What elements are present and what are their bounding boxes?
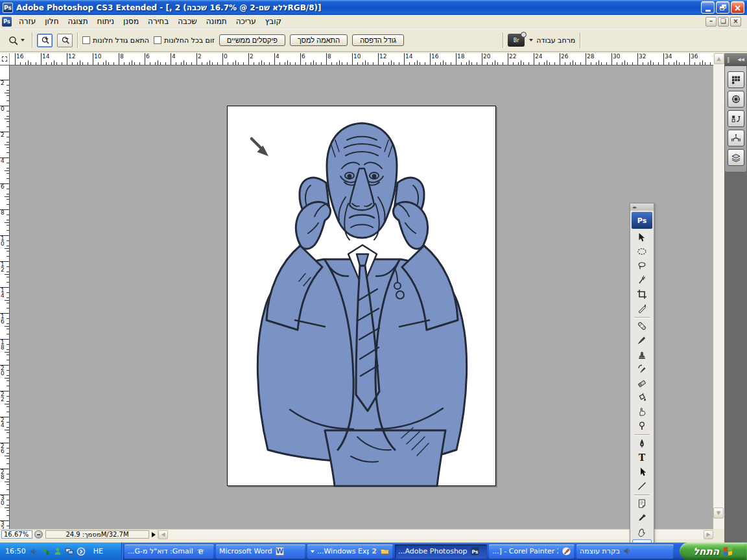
- zoom-level-field[interactable]: 16.67%: [1, 530, 32, 539]
- menu-item-window[interactable]: חלון: [40, 16, 63, 27]
- toolbox-header[interactable]: ◂▸: [630, 204, 654, 211]
- tray-messenger-icon[interactable]: [53, 546, 63, 556]
- doc-close-button[interactable]: ×: [730, 17, 741, 27]
- document-window: 1614121086420246810121416182022242628303…: [0, 52, 747, 542]
- minimize-button[interactable]: [701, 1, 715, 14]
- vertical-scrollbar[interactable]: ▲ ▼: [713, 53, 724, 529]
- menu-item-select[interactable]: בחירה: [143, 16, 173, 27]
- magnifier-icon: [521, 32, 527, 38]
- tool-paint-bucket[interactable]: [632, 390, 652, 404]
- ruler-origin-box[interactable]: [0, 53, 10, 65]
- tool-type[interactable]: T: [632, 450, 652, 465]
- tool-line[interactable]: [632, 479, 652, 493]
- start-button[interactable]: התחל: [680, 542, 747, 560]
- tool-path-selection[interactable]: [632, 465, 652, 479]
- dock-panel-swatches-icon[interactable]: [728, 71, 744, 88]
- ie-icon: e: [196, 546, 206, 557]
- version-cue-icon: [34, 530, 43, 539]
- taskbar-button-label: ...] - Corel Painter X: [492, 547, 558, 555]
- taskbar-button-word[interactable]: Microsoft WordW: [216, 544, 305, 559]
- tool-eraser[interactable]: [632, 376, 652, 390]
- photoshop-app-icon: Ps: [3, 3, 13, 13]
- zoom-tool-icon: [8, 35, 19, 46]
- menu-item-edit[interactable]: עריכה: [231, 16, 261, 27]
- taskbar-button-corel-painter[interactable]: ...] - Corel Painter X: [489, 544, 575, 559]
- taskbar-button-photoshop[interactable]: ...Adobe PhotoshopPs: [395, 544, 487, 559]
- chevron-down-icon: [311, 550, 314, 553]
- tool-healing-brush[interactable]: [632, 319, 652, 333]
- svg-text:e: e: [198, 547, 204, 556]
- zoom-in-button[interactable]: +: [37, 34, 53, 47]
- dock-panel-navigator-icon[interactable]: [728, 91, 744, 108]
- tool-lasso[interactable]: [632, 259, 652, 273]
- tool-slice[interactable]: [632, 301, 652, 316]
- close-button[interactable]: ×: [731, 1, 744, 14]
- tool-move[interactable]: [632, 230, 652, 244]
- taskbar-button-gmail[interactable]: ...G-דוא"ל מ :Gmaile: [124, 544, 214, 559]
- tray-net-activity-icon[interactable]: [42, 546, 51, 556]
- menu-item-image[interactable]: תמונה: [202, 16, 231, 27]
- scroll-left-icon[interactable]: ◀: [158, 530, 168, 539]
- status-flyout-button[interactable]: [149, 530, 158, 539]
- scroll-up-icon[interactable]: ▲: [714, 53, 724, 64]
- taskbar-clock: 16:50: [5, 547, 26, 555]
- vertical-ruler: 2024681 01 21 41 61 82 02 22 42 62 83 03…: [0, 65, 10, 529]
- resize-windows-checkbox[interactable]: [82, 36, 90, 44]
- scroll-down-icon[interactable]: ▼: [713, 508, 724, 519]
- resize-windows-checkbox-group[interactable]: התאם גודל חלונות: [82, 36, 149, 45]
- tool-eyedropper[interactable]: [632, 511, 652, 525]
- taskbar-button-label: ...Windows Expl: [317, 547, 369, 555]
- window-title: Adobe Photoshop CS3 Extended - [, 2 (שכב…: [16, 3, 698, 12]
- photoshop-application-window: Ps Adobe Photoshop CS3 Extended - [, 2 (…: [0, 0, 747, 560]
- tool-preset-picker[interactable]: [5, 34, 27, 47]
- dock-panel-paths-icon[interactable]: [728, 130, 744, 146]
- menu-item-layer[interactable]: שכבה: [173, 16, 202, 27]
- print-size-button[interactable]: גודל הדפסה: [352, 34, 404, 46]
- workspace-dropdown[interactable]: מרחב עבודה: [529, 36, 575, 45]
- menu-item-help[interactable]: עזרה: [14, 16, 40, 27]
- tray-chevron-icon[interactable]: [77, 546, 86, 556]
- zoom-all-windows-checkbox-group[interactable]: זום בכל החלונות: [154, 36, 215, 45]
- restore-button[interactable]: [716, 1, 729, 14]
- tool-smudge[interactable]: [632, 404, 652, 419]
- group-count-badge: 2: [372, 547, 377, 555]
- canvas[interactable]: [227, 106, 496, 486]
- tool-elliptical-marquee[interactable]: [632, 244, 652, 259]
- menu-item-view[interactable]: תצוגה: [63, 16, 92, 27]
- collapse-arrows-icon: ◀◀: [737, 57, 744, 62]
- tool-magic-wand[interactable]: [632, 273, 652, 287]
- language-indicator[interactable]: HE: [90, 546, 106, 557]
- tool-hand[interactable]: [632, 525, 652, 539]
- actual-pixels-button[interactable]: פיקסלים ממשיים: [219, 34, 285, 46]
- scroll-right-icon[interactable]: ▶: [704, 530, 713, 539]
- zoom-out-button[interactable]: −: [57, 34, 73, 47]
- tray-volume-icon[interactable]: [30, 546, 40, 556]
- taskbar-button-label: ...G-דוא"ל מ :Gmail: [128, 547, 193, 555]
- tool-notes[interactable]: [632, 496, 652, 511]
- fit-screen-button[interactable]: התאמה למסך: [290, 34, 348, 46]
- tool-crop[interactable]: [632, 287, 652, 301]
- tool-history-brush[interactable]: [632, 362, 652, 376]
- svg-text:Ps: Ps: [472, 549, 479, 555]
- menu-item-file[interactable]: קובץ: [261, 16, 286, 27]
- zoom-all-windows-checkbox[interactable]: [154, 36, 161, 44]
- corel-icon: [561, 546, 571, 557]
- taskbar-button-explorer-group[interactable]: ...Windows Expl2: [307, 544, 393, 559]
- panel-dock-header[interactable]: ∥ ◀◀: [724, 53, 747, 66]
- dock-panel-history-icon[interactable]: [728, 110, 744, 127]
- go-to-bridge-button[interactable]: Br: [508, 34, 525, 47]
- dock-panel-layers-icon[interactable]: [728, 149, 744, 166]
- tool-brush[interactable]: [632, 333, 652, 347]
- menu-item-analysis[interactable]: ניתוח: [93, 16, 119, 27]
- tool-pen[interactable]: [632, 436, 652, 450]
- doc-minimize-button[interactable]: –: [706, 17, 717, 27]
- toolbox-columns-toggle-icon[interactable]: ◂▸: [632, 205, 637, 210]
- doc-restore-button[interactable]: ❏: [718, 17, 729, 27]
- taskbar-button-volume-control[interactable]: בקרת עוצמה: [576, 544, 674, 559]
- tool-dodge[interactable]: [632, 419, 652, 433]
- windows-logo-icon: [723, 546, 733, 557]
- tool-clone-stamp[interactable]: [632, 347, 652, 362]
- tray-network-icon[interactable]: [65, 546, 75, 556]
- menu-item-filter[interactable]: מסנן: [119, 16, 143, 27]
- toolbox-palette: ◂▸ Ps T: [630, 203, 654, 560]
